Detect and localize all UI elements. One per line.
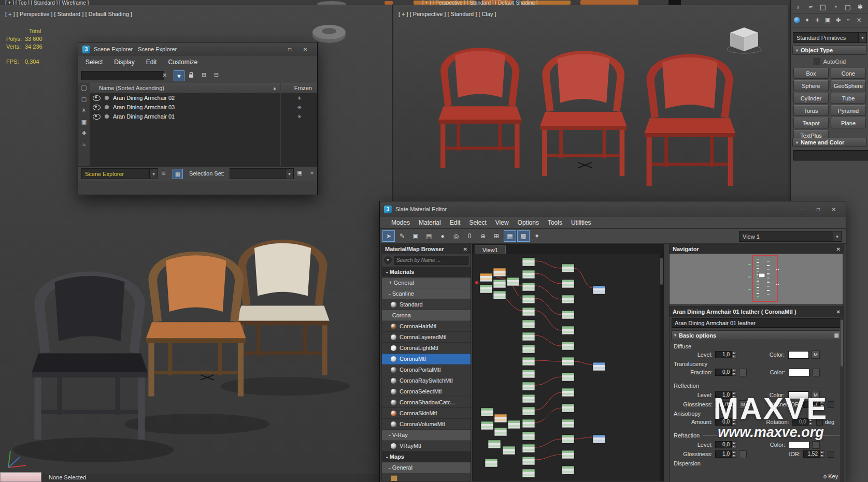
- show-end-result-icon[interactable]: 0: [463, 230, 476, 242]
- menu-material[interactable]: Material: [419, 219, 441, 226]
- browser-item[interactable]: Standard: [382, 299, 471, 310]
- node-view-scrollbar[interactable]: [660, 254, 663, 481]
- material-node-graph[interactable]: [473, 254, 659, 482]
- refraction-level-spinner[interactable]: 0,0: [715, 441, 736, 448]
- menu-select[interactable]: Select: [469, 219, 486, 226]
- browser-item-clipped[interactable]: [382, 473, 471, 481]
- browser-item[interactable]: CoronaShadowCatc...: [382, 397, 471, 408]
- layout-all-icon[interactable]: ▦: [504, 230, 516, 242]
- diffuse-color-swatch[interactable]: [788, 351, 809, 359]
- fraction-map-slot[interactable]: [739, 369, 747, 376]
- browser-item-selected[interactable]: CoronaMtl: [382, 354, 471, 364]
- minimize-icon[interactable]: –: [266, 45, 282, 54]
- object-name-input[interactable]: [793, 150, 868, 160]
- menu-view[interactable]: View: [495, 219, 509, 226]
- category-shapes-icon[interactable]: ✦: [802, 15, 812, 25]
- maximize-icon[interactable]: □: [810, 205, 826, 214]
- translucency-color-swatch[interactable]: [789, 369, 809, 376]
- tube-button[interactable]: Tube: [831, 93, 866, 104]
- browser-header[interactable]: Material/Map Browser ✕: [382, 244, 471, 254]
- viewcube[interactable]: [726, 24, 762, 54]
- category-systems-icon[interactable]: ✳: [854, 15, 864, 25]
- visibility-eye-icon[interactable]: [93, 114, 101, 120]
- autogrid-checkbox[interactable]: [814, 59, 820, 65]
- minimize-icon[interactable]: –: [795, 205, 810, 214]
- category-geometry-icon[interactable]: [792, 15, 802, 25]
- render-toggle-icon[interactable]: [105, 105, 109, 109]
- cone-button[interactable]: Cone: [831, 68, 866, 79]
- menu-select[interactable]: Select: [86, 59, 103, 66]
- tab-view1[interactable]: View1: [475, 245, 506, 254]
- object-name[interactable]: Aran Dining Armchair 03: [113, 104, 175, 110]
- browser-section[interactable]: - Maps: [382, 451, 471, 462]
- menu-edit[interactable]: Edit: [450, 219, 461, 226]
- close-icon[interactable]: ✕: [826, 205, 842, 214]
- tab-hierarchy-icon[interactable]: ▤: [817, 2, 829, 12]
- browser-group[interactable]: - V-Ray: [382, 430, 471, 441]
- translucency-map-slot[interactable]: [812, 369, 820, 376]
- diffuse-level-spinner[interactable]: 1,0: [715, 351, 736, 358]
- tab-modify-icon[interactable]: ≈: [805, 2, 816, 12]
- browser-item[interactable]: CoronaLayeredMtl: [382, 332, 471, 343]
- plane-button[interactable]: Plane: [831, 118, 866, 128]
- assign-material-icon[interactable]: ▣: [409, 230, 422, 242]
- diffuse-map-button[interactable]: M: [812, 350, 820, 359]
- parameters-header[interactable]: Aran Dining Armchair 01 leather ( Corona…: [670, 306, 844, 317]
- browser-item[interactable]: CoronaHairMtl: [382, 321, 471, 332]
- tab-create-icon[interactable]: +: [792, 2, 804, 12]
- browser-item[interactable]: CoronaSelectMtl: [382, 386, 471, 397]
- filter-cameras-icon[interactable]: ▣: [81, 119, 87, 125]
- material-id-channel-icon[interactable]: ✦: [531, 230, 543, 242]
- view-selector-combo[interactable]: View 1 ▾: [739, 231, 842, 242]
- filter-geometry-icon[interactable]: ▢: [81, 96, 87, 103]
- refraction-glossiness-map-slot[interactable]: [739, 450, 747, 458]
- basic-options-rollout[interactable]: ▾ Basic options ▦: [671, 330, 842, 340]
- sort-ascending-icon[interactable]: ▲: [273, 86, 277, 91]
- category-lights-icon[interactable]: ☀: [813, 15, 822, 25]
- refraction-map-slot[interactable]: [812, 441, 820, 449]
- maximize-icon[interactable]: □: [282, 45, 297, 54]
- material-name-field[interactable]: Aran Dining Armchair 01 leather: [672, 318, 842, 328]
- browser-item[interactable]: CoronaRaySwitchMtl: [382, 375, 471, 386]
- pyramid-button[interactable]: Pyramid: [831, 105, 866, 116]
- category-cameras-icon[interactable]: ▣: [823, 15, 833, 25]
- search-by-name-input[interactable]: [394, 256, 468, 265]
- show-grid-icon[interactable]: ▩: [517, 230, 530, 242]
- refraction-color-swatch[interactable]: [789, 441, 809, 449]
- collapse-tree-icon[interactable]: ⊟: [214, 71, 219, 78]
- frozen-snowflake-icon[interactable]: ✳: [297, 95, 302, 101]
- viewport-perspective-clay[interactable]: [ + ] [ Perspective ] [ Standard ] [ Cla…: [393, 5, 788, 201]
- torus-button[interactable]: Torus: [793, 105, 829, 116]
- sphere-button[interactable]: Sphere: [793, 80, 829, 91]
- render-toggle-icon[interactable]: [105, 96, 109, 100]
- menu-utilities[interactable]: Utilities: [571, 219, 591, 226]
- browser-item[interactable]: CoronaSkinMtl: [382, 408, 471, 419]
- browser-group[interactable]: - Corona: [382, 310, 471, 321]
- filter-shapes-icon[interactable]: ≈: [82, 141, 86, 148]
- close-icon[interactable]: ✕: [297, 45, 313, 54]
- browser-item[interactable]: CoronaLightMtl: [382, 343, 471, 354]
- sample-sphere-icon[interactable]: ●: [436, 230, 449, 242]
- show-map-icon[interactable]: ◎: [450, 230, 462, 242]
- table-row[interactable]: Aran Dining Armchair 02 ✳: [90, 93, 317, 103]
- fraction-spinner[interactable]: 0,0: [715, 369, 736, 376]
- navigator-minimap[interactable]: [670, 254, 843, 304]
- pick-material-icon[interactable]: ✎: [396, 230, 408, 242]
- browser-section[interactable]: - Materials: [382, 267, 471, 277]
- lock-icon[interactable]: [188, 71, 194, 79]
- frozen-snowflake-icon[interactable]: ✳: [297, 105, 302, 110]
- render-toggle-icon[interactable]: [105, 114, 109, 119]
- viewport-label[interactable]: [ + ] [ Perspective ] [ Standard ] [ Def…: [5, 11, 132, 17]
- category-helpers-icon[interactable]: ✚: [833, 15, 843, 25]
- menu-display[interactable]: Display: [114, 59, 134, 66]
- ior-spinner[interactable]: 1,52: [803, 450, 824, 458]
- expand-tree-icon[interactable]: ⊞: [202, 71, 206, 78]
- object-type-rollout[interactable]: ▾ Object Type: [792, 46, 866, 55]
- edit-named-selections-icon[interactable]: ▣: [297, 169, 302, 176]
- refraction-glossiness-spinner[interactable]: 1,0: [715, 450, 736, 458]
- table-row[interactable]: Aran Dining Armchair 03 ✳: [90, 103, 317, 112]
- chairs-3d-models[interactable]: [5, 204, 368, 473]
- overflow-chevrons-icon[interactable]: »: [310, 169, 314, 176]
- browser-group[interactable]: + General: [382, 277, 471, 288]
- clipboard-icon[interactable]: ▤: [423, 230, 435, 242]
